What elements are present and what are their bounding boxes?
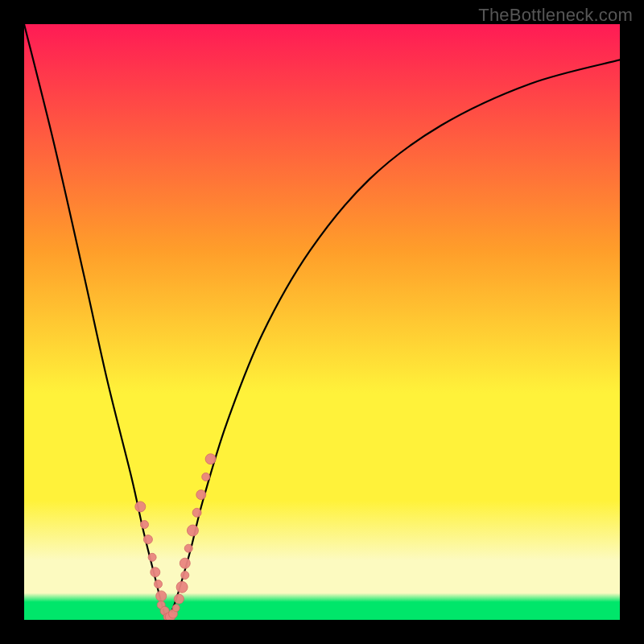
sample-point bbox=[184, 544, 192, 552]
sample-point bbox=[181, 572, 189, 580]
sample-point bbox=[187, 525, 198, 536]
chart-frame: TheBottleneck.com bbox=[0, 0, 644, 644]
sample-point bbox=[176, 581, 188, 592]
sample-point bbox=[151, 568, 160, 577]
chart-svg bbox=[24, 24, 620, 620]
sample-point bbox=[205, 454, 216, 464]
sample-point bbox=[140, 521, 148, 529]
plot-area bbox=[24, 24, 620, 620]
sample-point bbox=[202, 473, 210, 481]
sample-point bbox=[143, 535, 152, 544]
gradient-background bbox=[24, 24, 620, 620]
sample-point bbox=[196, 490, 206, 500]
sample-point bbox=[156, 591, 167, 601]
sample-point bbox=[148, 553, 156, 561]
sample-point bbox=[174, 594, 184, 604]
sample-point bbox=[180, 558, 190, 568]
sample-point bbox=[135, 502, 146, 512]
watermark-text: TheBottleneck.com bbox=[478, 5, 633, 26]
sample-point bbox=[155, 580, 163, 588]
sample-point bbox=[192, 508, 201, 517]
sample-point bbox=[172, 605, 180, 612]
